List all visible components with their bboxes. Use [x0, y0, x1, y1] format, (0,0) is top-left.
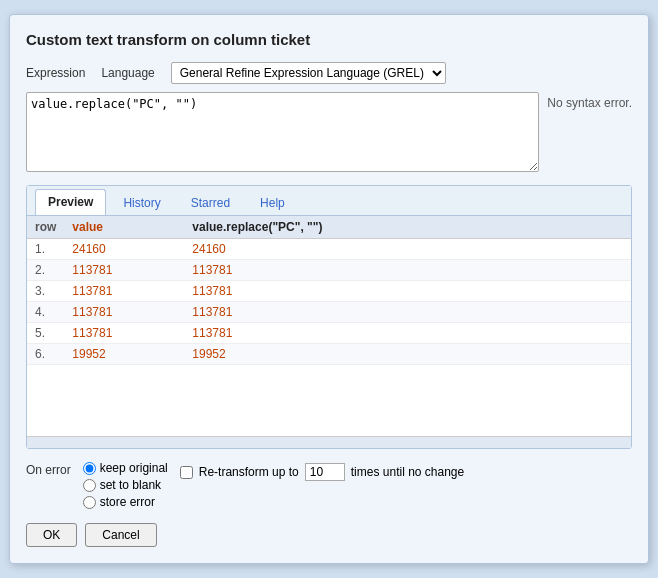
col-header-result: value.replace("PC", "") — [184, 216, 631, 239]
cell-row-num: 1. — [27, 239, 64, 260]
col-header-value: value — [64, 216, 184, 239]
dialog-title: Custom text transform on column ticket — [26, 31, 632, 48]
tabs-header: Preview History Starred Help — [27, 186, 631, 216]
expression-input[interactable]: value.replace("PC", "") — [26, 92, 539, 172]
radio-store-label: store error — [100, 495, 155, 509]
cell-result: 24160 — [184, 239, 631, 260]
ok-button[interactable]: OK — [26, 523, 77, 547]
radio-blank-label: set to blank — [100, 478, 161, 492]
radio-blank: set to blank — [83, 478, 168, 492]
radio-keep-input[interactable] — [83, 462, 96, 475]
horizontal-scrollbar[interactable] — [27, 436, 631, 448]
retransform-checkbox[interactable] — [180, 466, 193, 479]
table-row: 4. 113781 113781 — [27, 302, 631, 323]
retransform-input[interactable]: 10 — [305, 463, 345, 481]
tab-help[interactable]: Help — [247, 190, 298, 215]
table-row: 2. 113781 113781 — [27, 260, 631, 281]
tab-history[interactable]: History — [110, 190, 173, 215]
retransform-suffix: times until no change — [351, 465, 464, 479]
cell-row-num: 3. — [27, 281, 64, 302]
language-select[interactable]: General Refine Expression Language (GREL… — [171, 62, 446, 84]
cell-value: 24160 — [64, 239, 184, 260]
tab-starred[interactable]: Starred — [178, 190, 243, 215]
language-label: Language — [101, 66, 154, 80]
cell-value: 113781 — [64, 323, 184, 344]
cell-result: 113781 — [184, 260, 631, 281]
radio-store-input[interactable] — [83, 496, 96, 509]
cell-result: 113781 — [184, 281, 631, 302]
radio-store: store error — [83, 495, 168, 509]
cell-row-num: 2. — [27, 260, 64, 281]
radio-group: keep original set to blank store error — [83, 461, 168, 509]
on-error-section: On error keep original set to blank stor… — [26, 461, 632, 509]
footer-buttons: OK Cancel — [26, 523, 632, 547]
table-row: 3. 113781 113781 — [27, 281, 631, 302]
cell-value: 113781 — [64, 260, 184, 281]
preview-table: row value value.replace("PC", "") 1. 241… — [27, 216, 631, 365]
cell-value: 113781 — [64, 281, 184, 302]
cancel-button[interactable]: Cancel — [85, 523, 156, 547]
custom-transform-dialog: Custom text transform on column ticket E… — [9, 14, 649, 564]
radio-keep-label: keep original — [100, 461, 168, 475]
cell-row-num: 6. — [27, 344, 64, 365]
table-row: 1. 24160 24160 — [27, 239, 631, 260]
tab-preview[interactable]: Preview — [35, 189, 106, 215]
cell-row-num: 5. — [27, 323, 64, 344]
table-row: 6. 19952 19952 — [27, 344, 631, 365]
radio-blank-input[interactable] — [83, 479, 96, 492]
cell-result: 113781 — [184, 302, 631, 323]
syntax-status: No syntax error. — [547, 96, 632, 110]
retransform-label: Re-transform up to — [199, 465, 299, 479]
expression-label: Expression — [26, 66, 85, 80]
cell-value: 113781 — [64, 302, 184, 323]
cell-value: 19952 — [64, 344, 184, 365]
on-error-label: On error — [26, 463, 71, 477]
retransform-section: Re-transform up to 10 times until no cha… — [180, 463, 464, 481]
cell-result: 113781 — [184, 323, 631, 344]
col-header-row: row — [27, 216, 64, 239]
tabs-panel: Preview History Starred Help row value v… — [26, 185, 632, 449]
cell-result: 19952 — [184, 344, 631, 365]
radio-keep: keep original — [83, 461, 168, 475]
cell-row-num: 4. — [27, 302, 64, 323]
table-row: 5. 113781 113781 — [27, 323, 631, 344]
preview-table-container: row value value.replace("PC", "") 1. 241… — [27, 216, 631, 436]
